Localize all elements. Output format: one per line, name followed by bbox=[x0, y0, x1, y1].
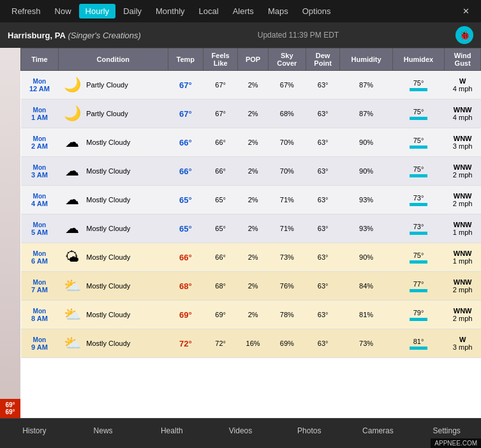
time-cell: Mon 7 AM bbox=[21, 272, 59, 301]
table-row: Mon 12 AM 🌙 Partly Cloudy 67° 67° 2% 67%… bbox=[21, 71, 481, 100]
humidity-cell: 84% bbox=[340, 272, 392, 301]
nav-alerts[interactable]: Alerts bbox=[226, 4, 260, 19]
nav-hourly[interactable]: Hourly bbox=[79, 4, 116, 19]
city-name: Harrisburg, PA bbox=[8, 31, 66, 40]
left-sidebar: 69° 69° bbox=[0, 48, 20, 418]
time-cell: Mon 3 AM bbox=[21, 157, 59, 186]
temp-cell: 65° bbox=[168, 214, 203, 243]
feels-like-cell: 66° bbox=[203, 243, 238, 272]
nav-maps[interactable]: Maps bbox=[262, 4, 295, 19]
humidex-cell: 81° bbox=[392, 329, 444, 358]
col-wind: WindGust bbox=[445, 49, 481, 71]
current-temp: 69° bbox=[1, 401, 19, 408]
pop-cell: 2% bbox=[238, 157, 268, 186]
sky-cover-cell: 68% bbox=[268, 100, 306, 128]
footer-health[interactable]: Health bbox=[137, 419, 206, 442]
bottom-navigation: History News Health Videos Photos Camera… bbox=[0, 418, 481, 442]
feels-like-cell: 67° bbox=[203, 71, 238, 100]
condition-icon: 🌙 bbox=[61, 73, 84, 96]
col-dew: DewPoint bbox=[306, 49, 340, 71]
col-sky: SkyCover bbox=[268, 49, 306, 71]
sidebar-temp: 69° 69° bbox=[0, 399, 20, 418]
condition-name: Mostly Cloudy bbox=[86, 253, 130, 261]
feels-like-cell: 66° bbox=[203, 157, 238, 186]
footer-cameras[interactable]: Cameras bbox=[344, 419, 413, 442]
footer-photos[interactable]: Photos bbox=[275, 419, 344, 442]
pop-cell: 2% bbox=[238, 71, 268, 100]
top-navigation: Refresh Now Hourly Daily Monthly Local A… bbox=[0, 0, 481, 22]
condition-icon: ☁ bbox=[61, 160, 84, 183]
temp-cell: 66° bbox=[168, 128, 203, 157]
condition-name: Mostly Cloudy bbox=[86, 282, 130, 290]
wind-gust-cell: W 4 mph bbox=[445, 71, 481, 100]
sky-cover-cell: 67% bbox=[268, 71, 306, 100]
col-humidex: Humidex bbox=[392, 49, 444, 71]
dew-point-cell: 63° bbox=[306, 214, 340, 243]
humidity-cell: 87% bbox=[340, 100, 392, 128]
sky-cover-cell: 70% bbox=[268, 128, 306, 157]
location-bar: Harrisburg, PA (Singer's Creations) Upda… bbox=[0, 22, 481, 48]
nav-refresh[interactable]: Refresh bbox=[5, 4, 47, 19]
sky-cover-cell: 73% bbox=[268, 243, 306, 272]
humidity-cell: 90% bbox=[340, 128, 392, 157]
feels-like-cell: 67° bbox=[203, 100, 238, 128]
table-row: Mon 7 AM ⛅ Mostly Cloudy 68° 68° 2% 76% … bbox=[21, 272, 481, 301]
condition-cell: ☁ Mostly Cloudy bbox=[58, 186, 168, 214]
wind-gust-cell: WNW 2 mph bbox=[445, 157, 481, 186]
table-row: Mon 5 AM ☁ Mostly Cloudy 65° 65° 2% 71% … bbox=[21, 214, 481, 243]
footer-news[interactable]: News bbox=[69, 419, 138, 442]
location-subtitle: (Singer's Creations) bbox=[68, 31, 140, 40]
close-button[interactable]: ✕ bbox=[456, 4, 476, 19]
sky-cover-cell: 71% bbox=[268, 186, 306, 214]
time-cell: Mon 12 AM bbox=[21, 71, 59, 100]
table-row: Mon 1 AM 🌙 Partly Cloudy 67° 67° 2% 68% … bbox=[21, 100, 481, 128]
temp-cell: 67° bbox=[168, 71, 203, 100]
temp-cell: 68° bbox=[168, 272, 203, 301]
condition-cell: ⛅ Mostly Cloudy bbox=[58, 329, 168, 358]
humidity-cell: 93% bbox=[340, 214, 392, 243]
dew-point-cell: 63° bbox=[306, 301, 340, 329]
dew-point-cell: 63° bbox=[306, 71, 340, 100]
condition-cell: ☁ Mostly Cloudy bbox=[58, 128, 168, 157]
bug-icon: 🐞 bbox=[455, 26, 473, 44]
condition-name: Mostly Cloudy bbox=[86, 311, 130, 318]
footer-videos[interactable]: Videos bbox=[206, 419, 275, 442]
footer-history[interactable]: History bbox=[0, 419, 69, 442]
nav-options[interactable]: Options bbox=[296, 4, 337, 19]
nav-local[interactable]: Local bbox=[193, 4, 225, 19]
wind-gust-cell: WNW 4 mph bbox=[445, 100, 481, 128]
humidity-cell: 93% bbox=[340, 186, 392, 214]
nav-daily[interactable]: Daily bbox=[117, 4, 148, 19]
condition-name: Mostly Cloudy bbox=[86, 340, 130, 347]
pop-cell: 2% bbox=[238, 243, 268, 272]
sky-cover-cell: 71% bbox=[268, 214, 306, 243]
humidity-cell: 73% bbox=[340, 329, 392, 358]
hourly-table: Time Condition Temp FeelsLike POP SkyCov… bbox=[20, 48, 481, 358]
time-cell: Mon 6 AM bbox=[21, 243, 59, 272]
updated-text: Updated 11:39 PM EDT bbox=[258, 31, 339, 40]
time-cell: Mon 8 AM bbox=[21, 301, 59, 329]
time-cell: Mon 5 AM bbox=[21, 214, 59, 243]
condition-icon: ⛅ bbox=[61, 303, 84, 326]
weather-table-area[interactable]: Time Condition Temp FeelsLike POP SkyCov… bbox=[20, 48, 481, 418]
condition-name: Partly Cloudy bbox=[86, 81, 128, 89]
nav-monthly[interactable]: Monthly bbox=[149, 4, 191, 19]
condition-name: Mostly Cloudy bbox=[86, 138, 130, 146]
col-feels: FeelsLike bbox=[203, 49, 238, 71]
dew-point-cell: 63° bbox=[306, 157, 340, 186]
condition-cell: ☁ Mostly Cloudy bbox=[58, 157, 168, 186]
time-cell: Mon 2 AM bbox=[21, 128, 59, 157]
condition-cell: 🌙 Partly Cloudy bbox=[58, 71, 168, 100]
pop-cell: 2% bbox=[238, 272, 268, 301]
wind-gust-cell: WNW 1 mph bbox=[445, 243, 481, 272]
condition-cell: ☁ Mostly Cloudy bbox=[58, 214, 168, 243]
nav-now[interactable]: Now bbox=[48, 4, 78, 19]
condition-cell: ⛅ Mostly Cloudy bbox=[58, 272, 168, 301]
table-row: Mon 2 AM ☁ Mostly Cloudy 66° 66° 2% 70% … bbox=[21, 128, 481, 157]
col-temp: Temp bbox=[168, 49, 203, 71]
temp-cell: 72° bbox=[168, 329, 203, 358]
condition-cell: ⛅ Mostly Cloudy bbox=[58, 301, 168, 329]
dew-point-cell: 63° bbox=[306, 243, 340, 272]
humidity-cell: 81% bbox=[340, 301, 392, 329]
condition-icon: ☁ bbox=[61, 131, 84, 154]
